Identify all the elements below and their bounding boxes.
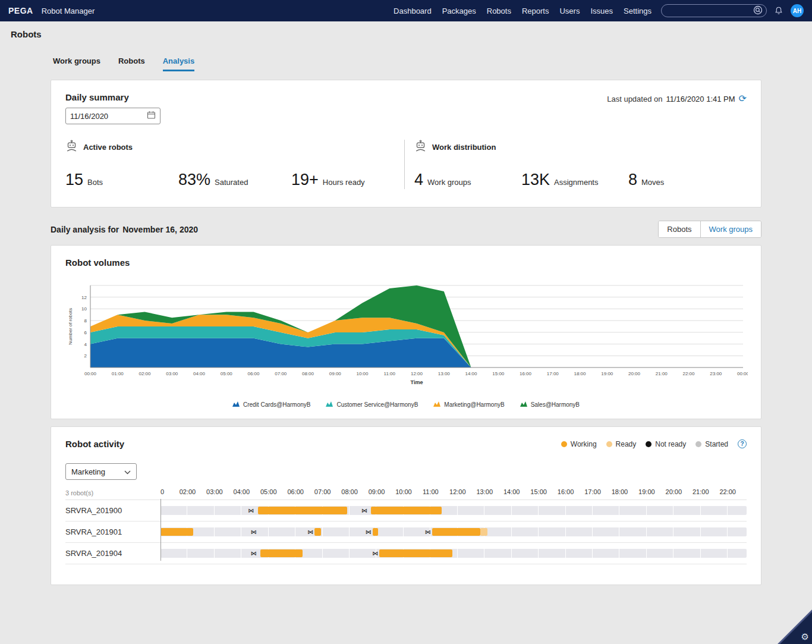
activity-marker[interactable]: ⋈ (307, 529, 313, 535)
toggle-robots[interactable]: Robots (659, 221, 700, 237)
nav-item-dashboard[interactable]: Dashboard (394, 7, 432, 15)
activity-segment-working[interactable] (260, 549, 302, 557)
svg-text:4: 4 (84, 342, 87, 347)
robot-activity-legend: WorkingReadyNot readyStarted? (561, 439, 747, 448)
status-legend-label: Not ready (655, 440, 686, 448)
legend-item-sales-harmonyb[interactable]: Sales@HarmonyB (520, 401, 580, 408)
activity-marker[interactable]: ⋈ (248, 507, 254, 514)
group-select-value: Marketing (71, 467, 105, 476)
hour-label-2: 02:00 (180, 488, 196, 495)
activity-segment-working[interactable] (432, 528, 481, 536)
activity-segment-working[interactable] (160, 528, 193, 536)
work-distribution-stat-label: Work groups (427, 178, 471, 187)
legend-item-customer-service-harmonyb[interactable]: Customer Service@HarmonyB (326, 401, 418, 408)
svg-text:03:00: 03:00 (166, 371, 178, 376)
gear-icon[interactable]: ⚙ (801, 632, 809, 642)
activity-segment-working[interactable] (379, 549, 452, 557)
hour-label-6: 06:00 (287, 488, 304, 495)
nav-item-users[interactable]: Users (559, 7, 580, 15)
tab-robots[interactable]: Robots (118, 56, 145, 71)
refresh-icon[interactable]: ⟳ (739, 94, 747, 103)
svg-text:22:00: 22:00 (682, 371, 695, 376)
page-title: Robots (0, 21, 812, 46)
activity-track[interactable]: ⋈⋈⋈⋈ (160, 527, 747, 536)
toggle-work-groups[interactable]: Work groups (700, 221, 761, 237)
daily-analysis-title-prefix: Daily analysis for (51, 225, 119, 234)
hour-label-18: 18:00 (612, 488, 628, 495)
hour-label-19: 19:00 (638, 488, 655, 495)
activity-marker[interactable]: ⋈ (251, 550, 257, 557)
hour-label-1: 0 (160, 488, 164, 495)
status-legend-label: Started (705, 440, 728, 448)
search-input[interactable] (668, 7, 753, 15)
search-icon[interactable] (753, 5, 764, 16)
hour-label-13: 13:00 (476, 488, 493, 495)
tab-analysis[interactable]: Analysis (163, 56, 194, 71)
group-select[interactable]: Marketing (65, 463, 137, 480)
activity-marker[interactable]: ⋈ (372, 550, 378, 557)
robot-volumes-legend: Credit Cards@HarmonyBCustomer Service@Ha… (65, 401, 747, 408)
notifications-bell-icon[interactable] (774, 6, 783, 15)
nav-item-packages[interactable]: Packages (442, 7, 476, 15)
activity-segment-working[interactable] (373, 528, 378, 536)
legend-label: Marketing@HarmonyB (444, 401, 504, 408)
svg-text:Time: Time (411, 379, 423, 385)
active-robots-stat-hours-ready: 19+Hours ready (291, 171, 404, 189)
last-updated-value: 11/16/2020 1:41 PM (666, 95, 735, 103)
activity-timeline: 3 robot(s) 002:0003:0004:0005:0006:0007:… (65, 486, 747, 564)
hour-label-21: 21:00 (693, 488, 709, 495)
hour-label-8: 08:00 (341, 488, 358, 495)
calendar-icon[interactable] (147, 111, 156, 122)
tab-bar: Work groupsRobotsAnalysis (53, 56, 761, 71)
nav-item-settings[interactable]: Settings (624, 7, 652, 15)
legend-item-credit-cards-harmonyb[interactable]: Credit Cards@HarmonyB (232, 401, 311, 408)
date-input[interactable] (70, 112, 147, 121)
svg-text:06:00: 06:00 (247, 371, 260, 376)
navbar-search[interactable] (661, 4, 767, 17)
pega-logo[interactable]: PEGA (8, 6, 33, 15)
robot-activity-title: Robot activity (65, 439, 124, 449)
svg-text:11:00: 11:00 (384, 371, 396, 376)
daily-summary-title: Daily summary (65, 92, 160, 102)
status-legend-ready: Ready (606, 440, 637, 448)
activity-segment-working[interactable] (371, 507, 441, 514)
status-legend-label: Working (571, 440, 597, 448)
legend-item-marketing-harmonyb[interactable]: Marketing@HarmonyB (433, 401, 504, 408)
hour-label-16: 16:00 (558, 488, 574, 495)
svg-text:04:00: 04:00 (193, 371, 206, 376)
svg-text:07:00: 07:00 (275, 371, 287, 376)
svg-text:21:00: 21:00 (656, 371, 668, 376)
main-content: Work groupsRobotsAnalysis Daily summary … (51, 56, 761, 585)
svg-text:12: 12 (81, 295, 87, 300)
activity-marker[interactable]: ⋈ (425, 529, 431, 535)
activity-track[interactable]: ⋈⋈ (160, 506, 747, 515)
work-distribution-stat-assignments: 13KAssignments (521, 171, 628, 189)
help-icon[interactable]: ? (738, 439, 747, 448)
svg-text:10: 10 (81, 306, 87, 312)
nav-item-reports[interactable]: Reports (522, 7, 549, 15)
activity-track[interactable]: ⋈⋈ (160, 549, 747, 558)
robot-name: SRVRA_201904 (65, 549, 160, 558)
svg-text:17:00: 17:00 (547, 371, 559, 376)
activity-segment-working[interactable] (314, 528, 321, 536)
daily-analysis-date: November 16, 2020 (122, 225, 198, 234)
activity-segment-working[interactable] (258, 507, 347, 514)
nav-item-robots[interactable]: Robots (487, 7, 511, 15)
activity-marker[interactable]: ⋈ (361, 507, 367, 514)
hour-label-17: 17:00 (584, 488, 601, 495)
active-robots-stat-label: Saturated (215, 178, 248, 187)
user-avatar[interactable]: AH (791, 4, 804, 17)
navbar-right: AH (661, 4, 804, 17)
svg-text:6: 6 (84, 330, 87, 335)
nav-item-issues[interactable]: Issues (590, 7, 613, 15)
robot-name: SRVRA_201901 (65, 527, 160, 536)
nav-menu: DashboardPackagesRobotsReportsUsersIssue… (394, 7, 652, 15)
app-title: Robot Manager (42, 7, 95, 15)
date-picker[interactable] (65, 108, 160, 124)
svg-text:02:00: 02:00 (139, 371, 151, 376)
activity-marker[interactable]: ⋈ (366, 529, 372, 535)
tab-work-groups[interactable]: Work groups (53, 56, 100, 71)
svg-text:16:00: 16:00 (520, 371, 532, 376)
activity-segment-ready[interactable] (480, 528, 487, 536)
activity-marker[interactable]: ⋈ (251, 529, 257, 535)
